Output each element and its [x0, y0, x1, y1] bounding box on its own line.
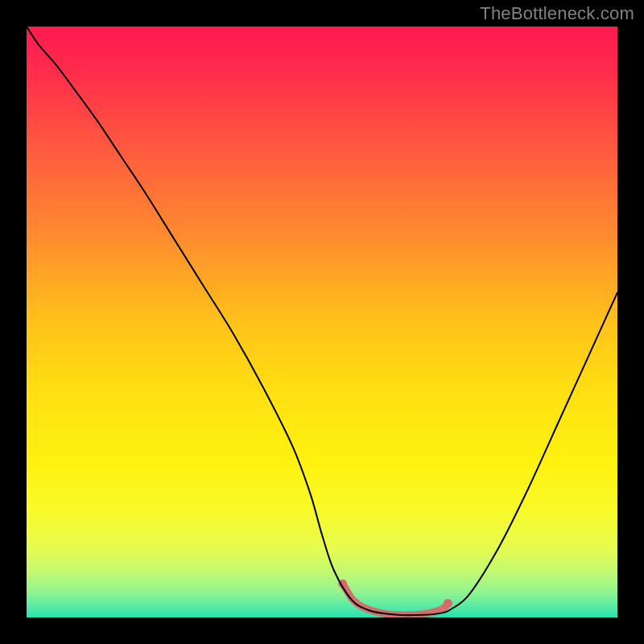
watermark-text: TheBottleneck.com	[480, 3, 634, 24]
plot-area	[27, 27, 617, 617]
chart-svg	[27, 27, 617, 617]
gradient-background	[27, 27, 617, 617]
chart-frame: TheBottleneck.com	[0, 0, 644, 644]
valley-marker-dot	[447, 602, 449, 605]
valley-marker-dot	[444, 606, 446, 609]
valley-marker-dot	[439, 609, 441, 611]
valley-marker-dot	[433, 610, 436, 613]
